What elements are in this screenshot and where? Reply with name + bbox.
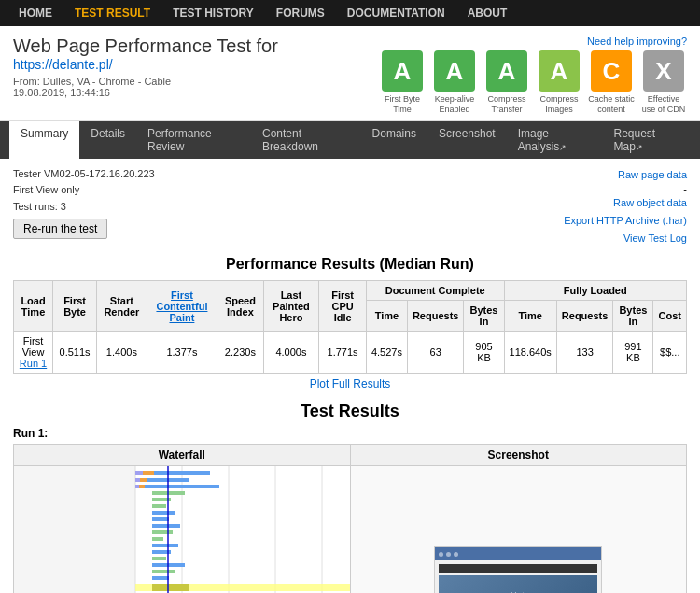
ss-nav	[439, 564, 597, 573]
col-doc-time: Time	[366, 301, 407, 332]
tested-url[interactable]: https://delante.pl/	[13, 57, 113, 72]
row-fl-time: 118.640s	[504, 332, 556, 374]
col-fl-bytes: Bytes In	[613, 301, 653, 332]
perf-title: Performance Results (Median Run)	[13, 256, 687, 273]
plot-full-results-link[interactable]: Plot Full Results	[310, 377, 391, 390]
tester-info: Tester VM02-05-172.16.20.223	[13, 166, 155, 183]
tab-image-analysis[interactable]: Image Analysis	[507, 121, 603, 159]
waterfall-body: delante	[14, 466, 686, 593]
page-header: Web Page Performance Test for https://de…	[0, 26, 700, 121]
svg-rect-18	[152, 511, 175, 515]
tab-request-map[interactable]: Request Map	[602, 121, 691, 159]
ss-hero-section: delante	[439, 575, 597, 593]
col-start-render: Start Render	[97, 281, 147, 332]
row-fl-bytes: 991 KB	[613, 332, 653, 374]
svg-rect-23	[152, 544, 178, 547]
run-label: Run 1:	[13, 427, 687, 440]
grade-cdn: X Effective use of CDN	[640, 50, 687, 115]
meta-left: Tester VM02-05-172.16.20.223 First View …	[13, 166, 155, 240]
table-row: First View Run 1 0.511s 1.400s 1.377s 2.…	[14, 332, 687, 374]
grade-label-cdn: Effective use of CDN	[640, 94, 687, 115]
nav-home[interactable]: HOME	[7, 0, 63, 26]
screenshot-thumbnail: delante	[434, 546, 602, 593]
svg-rect-0	[14, 466, 135, 593]
tab-details[interactable]: Details	[79, 121, 136, 159]
svg-rect-8	[154, 471, 210, 475]
svg-rect-22	[152, 537, 163, 541]
nav-documentation[interactable]: DOCUMENTATION	[336, 0, 456, 26]
nav-about[interactable]: ABOUT	[456, 0, 519, 26]
screenshot-area: delante	[351, 466, 687, 593]
grade-badge-cache: C	[591, 50, 632, 92]
grade-label-first-byte: First Byte Time	[379, 94, 426, 115]
view-log-link[interactable]: View Test Log	[564, 230, 687, 247]
view-info: First View only	[13, 182, 155, 199]
grade-compress-transfer: A Compress Transfer	[483, 50, 530, 115]
svg-rect-17	[152, 504, 166, 508]
tab-content-breakdown[interactable]: Content Breakdown	[251, 121, 361, 159]
svg-rect-12	[135, 485, 139, 488]
ss-browser-bar	[435, 547, 601, 560]
svg-rect-20	[152, 524, 180, 528]
svg-rect-6	[135, 471, 143, 475]
col-doc-requests: Requests	[407, 301, 464, 332]
nav-forums[interactable]: FORUMS	[265, 0, 336, 26]
svg-rect-21	[152, 530, 173, 534]
tab-screenshot[interactable]: Screenshot	[427, 121, 507, 159]
waterfall-col-header: Waterfall	[14, 445, 351, 466]
export-http-link[interactable]: Export HTTP Archive (.har)	[564, 212, 687, 230]
row-speed-index: 2.230s	[217, 332, 263, 374]
raw-page-link[interactable]: Raw page data	[564, 166, 687, 184]
page-title: Web Page Performance Test for	[13, 35, 278, 57]
waterfall-header: Waterfall Screenshot	[14, 445, 686, 466]
nav-test-history[interactable]: TEST HISTORY	[161, 0, 265, 26]
col-first-byte: First Byte	[53, 281, 97, 332]
svg-rect-9	[135, 478, 140, 482]
svg-rect-19	[152, 517, 169, 521]
grades-container: A First Byte Time A Keep-alive Enabled A…	[379, 50, 687, 115]
col-fl-time: Time	[504, 301, 556, 332]
runs-info: Test runs: 3	[13, 199, 155, 216]
col-doc-complete: Document Complete	[366, 281, 504, 301]
test-date: 19.08.2019, 13:44:16	[13, 87, 278, 98]
grade-label-compress-images: Compress Images	[536, 94, 582, 115]
grade-badge-first-byte: A	[382, 50, 423, 92]
tab-domains[interactable]: Domains	[361, 121, 427, 159]
performance-table: Load Time First Byte Start Render First …	[13, 280, 687, 374]
svg-rect-25	[152, 557, 166, 560]
svg-rect-14	[145, 485, 219, 488]
tab-summary[interactable]: Summary	[9, 121, 79, 159]
row-cost: $$...	[653, 332, 687, 374]
grade-badge-compress-transfer: A	[486, 50, 527, 92]
ss-dot-3	[454, 552, 458, 557]
col-first-cpu-idle: First CPU Idle	[319, 281, 367, 332]
grade-label-cache: Cache static content	[588, 94, 635, 115]
row-first-byte: 0.511s	[53, 332, 97, 374]
grade-badge-compress-images: A	[539, 50, 580, 92]
row-fcp: 1.377s	[147, 332, 217, 374]
row-doc-requests: 63	[407, 332, 464, 374]
main-content: Tester VM02-05-172.16.20.223 First View …	[0, 159, 700, 593]
svg-rect-7	[143, 471, 154, 475]
grade-label-keepalive: Keep-alive Enabled	[431, 94, 478, 115]
nav-test-result[interactable]: TEST RESULT	[63, 0, 161, 26]
meta-right: Raw page data - Raw object data Export H…	[564, 166, 687, 247]
col-cost: Cost	[653, 301, 687, 332]
test-results-section: Test Results Run 1: Waterfall Screenshot	[13, 402, 687, 593]
grade-badge-keepalive: A	[434, 50, 475, 92]
grade-first-byte: A First Byte Time	[379, 50, 426, 115]
help-link[interactable]: Need help improving?	[587, 35, 687, 47]
raw-object-link[interactable]: Raw object data	[564, 194, 687, 212]
svg-rect-10	[140, 478, 147, 482]
results-title: Test Results	[13, 402, 687, 421]
run-link[interactable]: Run 1	[20, 358, 47, 369]
rerun-button[interactable]: Re-run the test	[13, 219, 107, 239]
tab-performance-review[interactable]: Performance Review	[136, 121, 251, 159]
svg-rect-30	[152, 584, 189, 591]
row-label: First View Run 1	[14, 332, 53, 374]
ss-page-content: delante	[435, 560, 601, 593]
row-fl-requests: 133	[556, 332, 613, 374]
col-last-painted-hero: Last Painted Hero	[263, 281, 319, 332]
screenshot-col-header: Screenshot	[351, 445, 687, 466]
main-nav: HOME TEST RESULT TEST HISTORY FORUMS DOC…	[0, 0, 700, 26]
